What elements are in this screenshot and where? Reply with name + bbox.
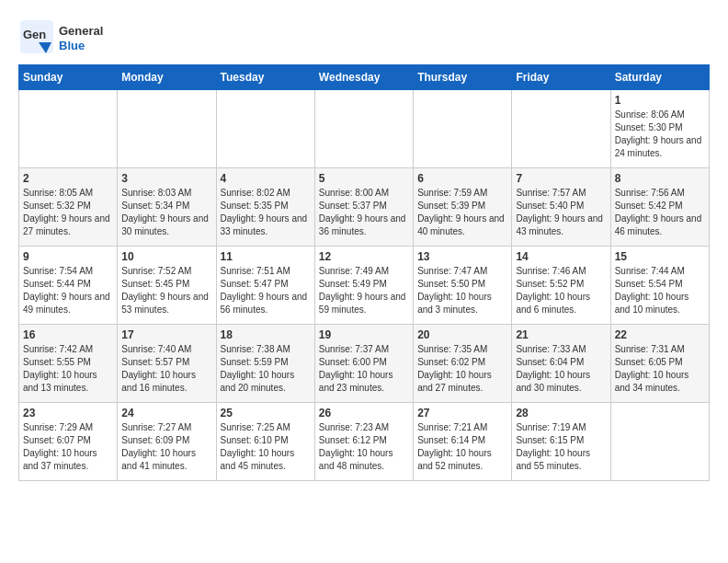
day-number: 1: [615, 94, 705, 107]
day-number: 18: [221, 328, 311, 341]
day-number: 25: [221, 407, 311, 419]
day-info: Sunrise: 8:06 AM Sunset: 5:30 PM Dayligh…: [615, 109, 705, 160]
day-number: 5: [319, 172, 409, 185]
day-number: 20: [417, 328, 507, 341]
calendar-cell: [610, 403, 709, 481]
day-number: 13: [417, 250, 507, 263]
day-info: Sunrise: 7:19 AM Sunset: 6:15 PM Dayligh…: [516, 421, 606, 473]
calendar-cell: 21Sunrise: 7:33 AM Sunset: 6:04 PM Dayli…: [512, 325, 610, 403]
calendar-row-2: 9Sunrise: 7:54 AM Sunset: 5:44 PM Daylig…: [19, 247, 710, 325]
calendar-header: SundayMondayTuesdayWednesdayThursdayFrid…: [19, 65, 710, 90]
calendar-cell: 4Sunrise: 8:02 AM Sunset: 5:35 PM Daylig…: [216, 168, 314, 247]
svg-text:Gen: Gen: [23, 28, 46, 41]
weekday-header-row: SundayMondayTuesdayWednesdayThursdayFrid…: [19, 65, 710, 90]
day-info: Sunrise: 7:49 AM Sunset: 5:49 PM Dayligh…: [319, 265, 409, 316]
weekday-header-tuesday: Tuesday: [216, 65, 314, 90]
calendar-cell: 9Sunrise: 7:54 AM Sunset: 5:44 PM Daylig…: [19, 247, 118, 325]
header: General Blue Gen: [18, 18, 710, 55]
calendar-cell: 2Sunrise: 8:05 AM Sunset: 5:32 PM Daylig…: [19, 168, 118, 247]
day-info: Sunrise: 7:21 AM Sunset: 6:14 PM Dayligh…: [417, 421, 507, 473]
day-info: Sunrise: 8:05 AM Sunset: 5:32 PM Dayligh…: [23, 187, 113, 238]
day-number: 17: [121, 328, 211, 341]
svg-text:General: General: [59, 24, 103, 38]
day-number: 11: [221, 250, 311, 263]
calendar-row-4: 23Sunrise: 7:29 AM Sunset: 6:07 PM Dayli…: [19, 403, 710, 481]
day-number: 7: [516, 172, 606, 185]
day-info: Sunrise: 7:23 AM Sunset: 6:12 PM Dayligh…: [319, 421, 409, 473]
day-number: 12: [319, 250, 409, 263]
day-info: Sunrise: 7:54 AM Sunset: 5:44 PM Dayligh…: [23, 265, 113, 316]
calendar-cell: 28Sunrise: 7:19 AM Sunset: 6:15 PM Dayli…: [512, 403, 610, 481]
day-info: Sunrise: 7:46 AM Sunset: 5:52 PM Dayligh…: [516, 265, 606, 316]
calendar-row-1: 2Sunrise: 8:05 AM Sunset: 5:32 PM Daylig…: [19, 168, 710, 247]
logo-svg: General Blue Gen: [18, 18, 129, 55]
day-info: Sunrise: 7:38 AM Sunset: 5:59 PM Dayligh…: [221, 343, 311, 395]
day-number: 8: [615, 172, 705, 185]
day-info: Sunrise: 7:35 AM Sunset: 6:02 PM Dayligh…: [417, 343, 507, 395]
weekday-header-sunday: Sunday: [19, 65, 118, 90]
day-number: 3: [121, 172, 211, 185]
calendar-cell: 20Sunrise: 7:35 AM Sunset: 6:02 PM Dayli…: [414, 325, 512, 403]
day-info: Sunrise: 8:03 AM Sunset: 5:34 PM Dayligh…: [121, 187, 211, 238]
day-info: Sunrise: 8:02 AM Sunset: 5:35 PM Dayligh…: [221, 187, 311, 238]
calendar-cell: 18Sunrise: 7:38 AM Sunset: 5:59 PM Dayli…: [216, 325, 314, 403]
calendar-table: SundayMondayTuesdayWednesdayThursdayFrid…: [18, 64, 710, 481]
calendar-cell: 12Sunrise: 7:49 AM Sunset: 5:49 PM Dayli…: [314, 247, 413, 325]
weekday-header-friday: Friday: [512, 65, 610, 90]
weekday-header-monday: Monday: [118, 65, 216, 90]
day-info: Sunrise: 7:52 AM Sunset: 5:45 PM Dayligh…: [121, 265, 211, 316]
calendar-cell: 24Sunrise: 7:27 AM Sunset: 6:09 PM Dayli…: [118, 403, 216, 481]
day-number: 9: [23, 250, 113, 263]
day-number: 28: [516, 407, 606, 419]
day-number: 23: [23, 407, 113, 419]
calendar-cell: 5Sunrise: 8:00 AM Sunset: 5:37 PM Daylig…: [314, 168, 413, 247]
calendar-cell: 22Sunrise: 7:31 AM Sunset: 6:05 PM Dayli…: [610, 325, 709, 403]
day-info: Sunrise: 7:57 AM Sunset: 5:40 PM Dayligh…: [516, 187, 606, 238]
calendar-cell: 11Sunrise: 7:51 AM Sunset: 5:47 PM Dayli…: [216, 247, 314, 325]
svg-text:Blue: Blue: [59, 39, 85, 52]
day-number: 24: [121, 407, 211, 419]
calendar-cell: [216, 90, 314, 168]
calendar-cell: [118, 90, 216, 168]
day-number: 26: [319, 407, 409, 419]
day-info: Sunrise: 7:33 AM Sunset: 6:04 PM Dayligh…: [516, 343, 606, 395]
calendar-cell: 3Sunrise: 8:03 AM Sunset: 5:34 PM Daylig…: [118, 168, 216, 247]
calendar-cell: 7Sunrise: 7:57 AM Sunset: 5:40 PM Daylig…: [512, 168, 610, 247]
calendar-cell: 10Sunrise: 7:52 AM Sunset: 5:45 PM Dayli…: [118, 247, 216, 325]
logo: General Blue Gen: [18, 18, 129, 55]
calendar-cell: 15Sunrise: 7:44 AM Sunset: 5:54 PM Dayli…: [610, 247, 709, 325]
day-info: Sunrise: 7:37 AM Sunset: 6:00 PM Dayligh…: [319, 343, 409, 395]
calendar-cell: 16Sunrise: 7:42 AM Sunset: 5:55 PM Dayli…: [19, 325, 118, 403]
calendar-cell: 26Sunrise: 7:23 AM Sunset: 6:12 PM Dayli…: [314, 403, 413, 481]
day-number: 27: [417, 407, 507, 419]
calendar-cell: 6Sunrise: 7:59 AM Sunset: 5:39 PM Daylig…: [414, 168, 512, 247]
day-number: 21: [516, 328, 606, 341]
calendar-cell: 1Sunrise: 8:06 AM Sunset: 5:30 PM Daylig…: [610, 90, 709, 168]
calendar-cell: 8Sunrise: 7:56 AM Sunset: 5:42 PM Daylig…: [610, 168, 709, 247]
weekday-header-thursday: Thursday: [414, 65, 512, 90]
day-number: 4: [221, 172, 311, 185]
calendar-body: 1Sunrise: 8:06 AM Sunset: 5:30 PM Daylig…: [19, 90, 710, 481]
calendar-row-0: 1Sunrise: 8:06 AM Sunset: 5:30 PM Daylig…: [19, 90, 710, 168]
calendar-cell: 13Sunrise: 7:47 AM Sunset: 5:50 PM Dayli…: [414, 247, 512, 325]
day-number: 6: [417, 172, 507, 185]
weekday-header-wednesday: Wednesday: [314, 65, 413, 90]
day-number: 16: [23, 328, 113, 341]
day-info: Sunrise: 7:42 AM Sunset: 5:55 PM Dayligh…: [23, 343, 113, 395]
day-info: Sunrise: 7:44 AM Sunset: 5:54 PM Dayligh…: [615, 265, 705, 316]
day-info: Sunrise: 7:31 AM Sunset: 6:05 PM Dayligh…: [615, 343, 705, 395]
day-info: Sunrise: 7:40 AM Sunset: 5:57 PM Dayligh…: [121, 343, 211, 395]
calendar-row-3: 16Sunrise: 7:42 AM Sunset: 5:55 PM Dayli…: [19, 325, 710, 403]
day-info: Sunrise: 7:29 AM Sunset: 6:07 PM Dayligh…: [23, 421, 113, 473]
calendar-cell: 19Sunrise: 7:37 AM Sunset: 6:00 PM Dayli…: [314, 325, 413, 403]
day-info: Sunrise: 7:25 AM Sunset: 6:10 PM Dayligh…: [221, 421, 311, 473]
calendar-cell: [414, 90, 512, 168]
day-info: Sunrise: 8:00 AM Sunset: 5:37 PM Dayligh…: [319, 187, 409, 238]
day-number: 15: [615, 250, 705, 263]
day-number: 2: [23, 172, 113, 185]
day-info: Sunrise: 7:47 AM Sunset: 5:50 PM Dayligh…: [417, 265, 507, 316]
day-info: Sunrise: 7:51 AM Sunset: 5:47 PM Dayligh…: [221, 265, 311, 316]
calendar-cell: 25Sunrise: 7:25 AM Sunset: 6:10 PM Dayli…: [216, 403, 314, 481]
day-number: 14: [516, 250, 606, 263]
calendar-cell: 14Sunrise: 7:46 AM Sunset: 5:52 PM Dayli…: [512, 247, 610, 325]
